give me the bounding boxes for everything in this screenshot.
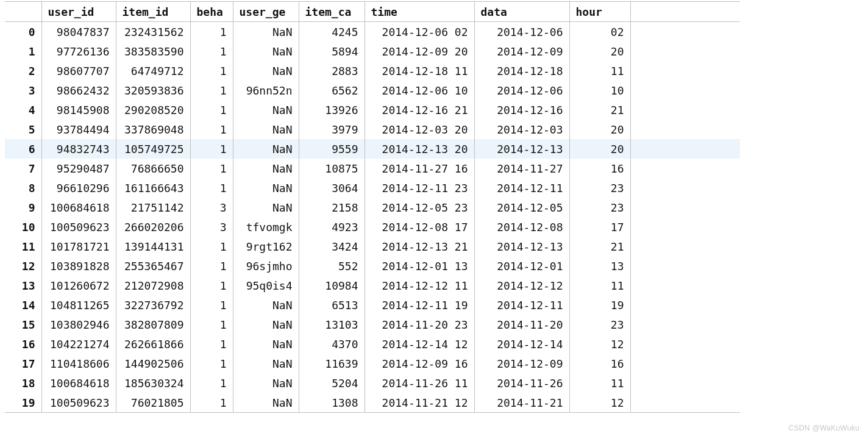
cell-pad <box>630 80 740 100</box>
col-header-beha[interactable]: beha <box>190 2 233 22</box>
table-row[interactable]: 298607707647497121NaN28832014-12-18 1120… <box>5 61 740 80</box>
cell-item_ca: 6562 <box>299 80 365 100</box>
header-row: user_id item_id beha user_ge item_ca tim… <box>5 2 740 22</box>
cell-user_id: 94832743 <box>41 139 116 159</box>
table-row[interactable]: 101005096232660202063tfvomgk49232014-12-… <box>5 217 740 237</box>
table-row[interactable]: 181006846181856303241NaN52042014-11-26 1… <box>5 373 740 393</box>
cell-time: 2014-12-14 12 <box>365 334 474 354</box>
cell-item_id: 262661866 <box>116 334 190 354</box>
table-row[interactable]: 151038029463828078091NaN131032014-11-20 … <box>5 315 740 334</box>
table-row[interactable]: 5937844943378690481NaN39792014-12-03 202… <box>5 120 740 139</box>
cell-idx: 10 <box>5 217 41 237</box>
cell-user_ge: NaN <box>233 315 299 334</box>
cell-user_id: 101260672 <box>41 276 116 295</box>
cell-item_id: 64749712 <box>116 61 190 80</box>
cell-idx: 3 <box>5 80 41 100</box>
cell-idx: 9 <box>5 198 41 217</box>
table-row[interactable]: 12103891828255365467196sjmho5522014-12-0… <box>5 256 740 276</box>
cell-item_ca: 5894 <box>299 41 365 61</box>
cell-pad <box>630 61 740 80</box>
table-row[interactable]: 171104186061449025061NaN116392014-12-09 … <box>5 354 740 373</box>
cell-idx: 12 <box>5 256 41 276</box>
cell-item_ca: 4370 <box>299 334 365 354</box>
cell-beha: 1 <box>190 100 233 120</box>
cell-user_id: 100509623 <box>41 217 116 237</box>
table-row[interactable]: 141048112653227367921NaN65132014-12-11 1… <box>5 295 740 315</box>
cell-item_ca: 10984 <box>299 276 365 295</box>
cell-user_ge: 96nn52n <box>233 80 299 100</box>
cell-item_id: 290208520 <box>116 100 190 120</box>
col-header-data[interactable]: data <box>474 2 569 22</box>
cell-data_: 2014-12-13 <box>474 237 569 256</box>
cell-user_ge: NaN <box>233 22 299 42</box>
cell-item_id: 266020206 <box>116 217 190 237</box>
cell-item_id: 21751142 <box>116 198 190 217</box>
cell-pad <box>630 373 740 393</box>
cell-time: 2014-11-20 23 <box>365 315 474 334</box>
cell-idx: 4 <box>5 100 41 120</box>
cell-data_: 2014-12-06 <box>474 22 569 42</box>
cell-idx: 2 <box>5 61 41 80</box>
table-row[interactable]: 0980478372324315621NaN42452014-12-06 022… <box>5 22 740 42</box>
data-table: user_id item_id beha user_ge item_ca tim… <box>5 1 740 413</box>
cell-pad <box>630 139 740 159</box>
cell-user_id: 97726136 <box>41 41 116 61</box>
cell-item_ca: 13103 <box>299 315 365 334</box>
cell-user_ge: NaN <box>233 198 299 217</box>
col-header-hour[interactable]: hour <box>569 2 630 22</box>
col-header-pad <box>630 2 740 22</box>
col-header-time[interactable]: time <box>365 2 474 22</box>
table-body: 0980478372324315621NaN42452014-12-06 022… <box>5 22 740 413</box>
cell-time: 2014-12-06 02 <box>365 22 474 42</box>
cell-user_id: 96610296 <box>41 178 116 198</box>
cell-user_ge: 96sjmho <box>233 256 299 276</box>
cell-item_id: 76021805 <box>116 393 190 413</box>
cell-beha: 1 <box>190 22 233 42</box>
table-row[interactable]: 1977261363835835901NaN58942014-12-09 202… <box>5 41 740 61</box>
table-row[interactable]: 13101260672212072908195q0is4109842014-12… <box>5 276 740 295</box>
col-header-item-ca[interactable]: item_ca <box>299 2 365 22</box>
cell-user_ge: NaN <box>233 295 299 315</box>
cell-data_: 2014-12-08 <box>474 217 569 237</box>
cell-time: 2014-12-06 10 <box>365 80 474 100</box>
cell-user_ge: NaN <box>233 334 299 354</box>
cell-time: 2014-12-09 20 <box>365 41 474 61</box>
cell-user_id: 103891828 <box>41 256 116 276</box>
cell-data_: 2014-12-18 <box>474 61 569 80</box>
cell-data_: 2014-12-16 <box>474 100 569 120</box>
watermark-text: CSDN @WaKuWuku <box>789 424 859 432</box>
cell-pad <box>630 354 740 373</box>
cell-user_id: 100684618 <box>41 373 116 393</box>
cell-pad <box>630 100 740 120</box>
table-row[interactable]: 4981459082902085201NaN139262014-12-16 21… <box>5 100 740 120</box>
col-header-user-ge[interactable]: user_ge <box>233 2 299 22</box>
table-row[interactable]: 398662432320593836196nn52n65622014-12-06… <box>5 80 740 100</box>
table-row[interactable]: 9100684618217511423NaN21582014-12-05 232… <box>5 198 740 217</box>
cell-item_ca: 3064 <box>299 178 365 198</box>
cell-user_ge: NaN <box>233 393 299 413</box>
cell-user_id: 100509623 <box>41 393 116 413</box>
cell-time: 2014-12-16 21 <box>365 100 474 120</box>
cell-item_id: 105749725 <box>116 139 190 159</box>
cell-beha: 3 <box>190 198 233 217</box>
col-header-user-id[interactable]: user_id <box>41 2 116 22</box>
cell-hour: 20 <box>569 139 630 159</box>
cell-user_ge: 9rgt162 <box>233 237 299 256</box>
table-row[interactable]: 161042212742626618661NaN43702014-12-14 1… <box>5 334 740 354</box>
table-row[interactable]: 795290487768666501NaN108752014-11-27 162… <box>5 159 740 178</box>
cell-data_: 2014-12-12 <box>474 276 569 295</box>
cell-user_ge: NaN <box>233 139 299 159</box>
cell-time: 2014-12-13 20 <box>365 139 474 159</box>
cell-pad <box>630 41 740 61</box>
cell-user_id: 104811265 <box>41 295 116 315</box>
cell-user_ge: NaN <box>233 41 299 61</box>
cell-item_ca: 4923 <box>299 217 365 237</box>
table-row[interactable]: 6948327431057497251NaN95592014-12-13 202… <box>5 139 740 159</box>
table-row[interactable]: 8966102961611666431NaN30642014-12-11 232… <box>5 178 740 198</box>
table-row[interactable]: 1110178172113914413119rgt16234242014-12-… <box>5 237 740 256</box>
cell-data_: 2014-12-14 <box>474 334 569 354</box>
cell-data_: 2014-12-11 <box>474 178 569 198</box>
col-header-index[interactable] <box>5 2 41 22</box>
col-header-item-id[interactable]: item_id <box>116 2 190 22</box>
table-row[interactable]: 19100509623760218051NaN13082014-11-21 12… <box>5 393 740 413</box>
